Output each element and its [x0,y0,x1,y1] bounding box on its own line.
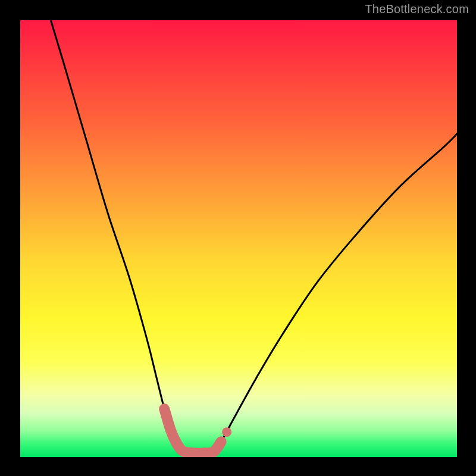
curve-layer [20,20,457,457]
bottleneck-curve [51,20,457,453]
watermark-text: TheBottleneck.com [365,2,469,16]
chart-frame: TheBottleneck.com [0,0,476,476]
marker-dot [222,427,231,437]
bottom-highlight [164,409,221,453]
plot-area [20,20,457,457]
